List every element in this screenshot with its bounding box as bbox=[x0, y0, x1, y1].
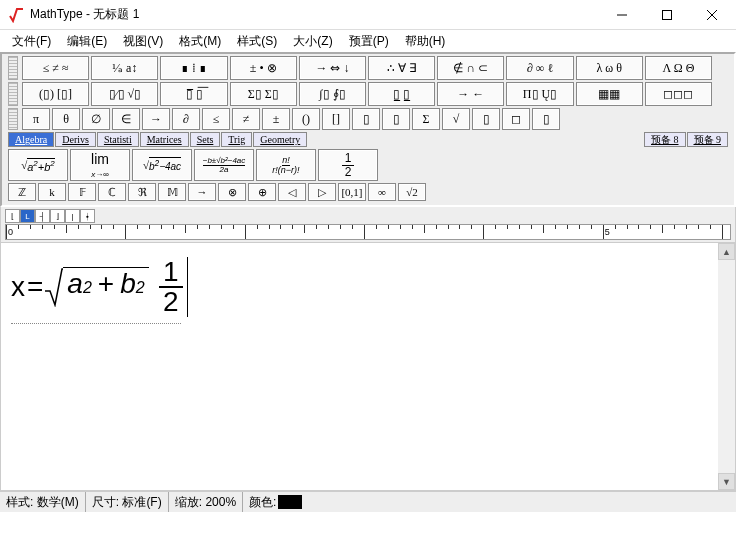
tabstop-btn[interactable]: ⌊ bbox=[5, 209, 20, 223]
palette-button[interactable]: Π▯ Ų▯ bbox=[506, 82, 573, 106]
status-style-value[interactable]: 数学(M) bbox=[37, 494, 79, 511]
palette-button[interactable]: ▯̲ ▯̲ bbox=[368, 82, 435, 106]
palette-button[interactable]: ▯⁄▯ √▯ bbox=[91, 82, 158, 106]
palette-button[interactable]: ◁ bbox=[278, 183, 306, 201]
tab-statisti[interactable]: Statisti bbox=[97, 132, 139, 147]
tabstop-btn[interactable]: ⌋ bbox=[50, 209, 65, 223]
scroll-up-icon[interactable]: ▲ bbox=[718, 243, 735, 260]
palette-button[interactable]: Λ Ω Θ bbox=[645, 56, 712, 80]
scroll-down-icon[interactable]: ▼ bbox=[718, 473, 735, 490]
palette-button[interactable]: ≤ ≠ ≈ bbox=[22, 56, 89, 80]
menu-style[interactable]: 样式(S) bbox=[229, 31, 285, 52]
palette-button[interactable]: n!r!(n−r)! bbox=[256, 149, 316, 181]
palette-button[interactable]: Σ▯ Σ▯ bbox=[230, 82, 297, 106]
palette-button[interactable]: k bbox=[38, 183, 66, 201]
tabstop-btn[interactable]: L bbox=[20, 209, 35, 223]
palette-button[interactable]: ∎ ⁞ ∎ bbox=[160, 56, 227, 80]
close-button[interactable] bbox=[689, 1, 734, 29]
palette-button[interactable]: Σ bbox=[412, 108, 440, 130]
menu-format[interactable]: 格式(M) bbox=[171, 31, 229, 52]
palette-button[interactable]: ≠ bbox=[232, 108, 260, 130]
status-zoom-value[interactable]: 200% bbox=[205, 495, 236, 509]
palette-button[interactable]: √2 bbox=[398, 183, 426, 201]
grip-icon[interactable] bbox=[8, 108, 18, 130]
palette-button[interactable]: ▯ bbox=[472, 108, 500, 130]
tabstop-btn[interactable]: ┤ bbox=[35, 209, 50, 223]
palette-button[interactable]: θ bbox=[52, 108, 80, 130]
palette-button[interactable]: ▯̅ ▯͞ bbox=[160, 82, 227, 106]
tab-algebra[interactable]: Algebra bbox=[8, 132, 54, 147]
editor[interactable]: x = a2 + b2 1 2 ▲ ▼ bbox=[0, 243, 736, 491]
menu-file[interactable]: 文件(F) bbox=[4, 31, 59, 52]
palette-button[interactable]: ⊗ bbox=[218, 183, 246, 201]
palette-button[interactable]: ± • ⊗ bbox=[230, 56, 297, 80]
palette-button[interactable]: () bbox=[292, 108, 320, 130]
menu-edit[interactable]: 编辑(E) bbox=[59, 31, 115, 52]
palette-button[interactable]: ⊕ bbox=[248, 183, 276, 201]
palette-button[interactable]: ▯ bbox=[382, 108, 410, 130]
palette-button[interactable]: → ⇔ ↓ bbox=[299, 56, 366, 80]
maximize-button[interactable] bbox=[644, 1, 689, 29]
palette-button[interactable]: λ ω θ bbox=[576, 56, 643, 80]
palette-button[interactable]: ∴ ∀ ∃ bbox=[368, 56, 435, 80]
palette-button[interactable]: → bbox=[142, 108, 170, 130]
menu-preset[interactable]: 预置(P) bbox=[341, 31, 397, 52]
palette-button[interactable]: (▯) [▯] bbox=[22, 82, 89, 106]
palette-button[interactable]: [] bbox=[322, 108, 350, 130]
ruler-area: ⌊ L ┤ ⌋ | ⍿ 05 bbox=[0, 207, 736, 243]
tab-geometry[interactable]: Geometry bbox=[253, 132, 307, 147]
palette-button[interactable]: ▦▦ bbox=[576, 82, 643, 106]
menu-size[interactable]: 大小(Z) bbox=[285, 31, 340, 52]
scrollbar[interactable]: ▲ ▼ bbox=[718, 243, 735, 490]
palette-button[interactable]: limx→∞ bbox=[70, 149, 130, 181]
palette-button[interactable]: ∫▯ ∮▯ bbox=[299, 82, 366, 106]
formula-canvas[interactable]: x = a2 + b2 1 2 bbox=[1, 243, 735, 331]
grip-icon[interactable] bbox=[8, 56, 18, 80]
grip-icon[interactable] bbox=[8, 82, 18, 106]
palette-button[interactable]: −b±√b²−4ac2a bbox=[194, 149, 254, 181]
palette-button[interactable]: ◻ bbox=[502, 108, 530, 130]
palette-button[interactable]: √a2+b2 bbox=[8, 149, 68, 181]
palette-button[interactable]: √ bbox=[442, 108, 470, 130]
palette-button[interactable]: ≤ bbox=[202, 108, 230, 130]
palette-button[interactable]: ∈ bbox=[112, 108, 140, 130]
menu-view[interactable]: 视图(V) bbox=[115, 31, 171, 52]
color-swatch[interactable] bbox=[278, 495, 302, 509]
palette-button[interactable]: 12 bbox=[318, 149, 378, 181]
svg-rect-1 bbox=[662, 10, 671, 19]
palette-button[interactable]: → ← bbox=[437, 82, 504, 106]
palette-button[interactable]: ℤ bbox=[8, 183, 36, 201]
palette-button[interactable]: ∂ ∞ ℓ bbox=[506, 56, 573, 80]
window-title: MathType - 无标题 1 bbox=[30, 6, 599, 23]
palette-button[interactable]: ▯ bbox=[532, 108, 560, 130]
palette-button[interactable]: ∅ bbox=[82, 108, 110, 130]
menu-help[interactable]: 帮助(H) bbox=[397, 31, 454, 52]
palette-button[interactable]: 𝕄 bbox=[158, 183, 186, 201]
palette-button[interactable]: ∉ ∩ ⊂ bbox=[437, 56, 504, 80]
tab-matrices[interactable]: Matrices bbox=[140, 132, 189, 147]
palette-button[interactable]: ℂ bbox=[98, 183, 126, 201]
palette-button[interactable]: ¹∕ₐ a↕ bbox=[91, 56, 158, 80]
palette-button[interactable]: ▷ bbox=[308, 183, 336, 201]
palette-button[interactable]: ∞ bbox=[368, 183, 396, 201]
palette-button[interactable]: ∂ bbox=[172, 108, 200, 130]
minimize-button[interactable] bbox=[599, 1, 644, 29]
tab-sets[interactable]: Sets bbox=[190, 132, 221, 147]
tab-预备 9[interactable]: 预备 9 bbox=[687, 132, 729, 147]
status-size-value[interactable]: 标准(F) bbox=[122, 494, 161, 511]
tabstop-btn[interactable]: ⍿ bbox=[80, 209, 95, 223]
palette-button[interactable]: [0,1] bbox=[338, 183, 366, 201]
tab-预备 8[interactable]: 预备 8 bbox=[644, 132, 686, 147]
palette-button[interactable]: ℜ bbox=[128, 183, 156, 201]
tabstop-btn[interactable]: | bbox=[65, 209, 80, 223]
tab-trig[interactable]: Trig bbox=[221, 132, 252, 147]
palette-button[interactable]: √b2−4ac bbox=[132, 149, 192, 181]
palette-button[interactable]: ± bbox=[262, 108, 290, 130]
palette-button[interactable]: ◻◻◻ bbox=[645, 82, 712, 106]
palette-button[interactable]: → bbox=[188, 183, 216, 201]
palette-button[interactable]: π bbox=[22, 108, 50, 130]
palette-button[interactable]: ▯ bbox=[352, 108, 380, 130]
ruler[interactable]: 05 bbox=[5, 224, 731, 240]
tab-derivs[interactable]: Derivs bbox=[55, 132, 96, 147]
palette-button[interactable]: 𝔽 bbox=[68, 183, 96, 201]
